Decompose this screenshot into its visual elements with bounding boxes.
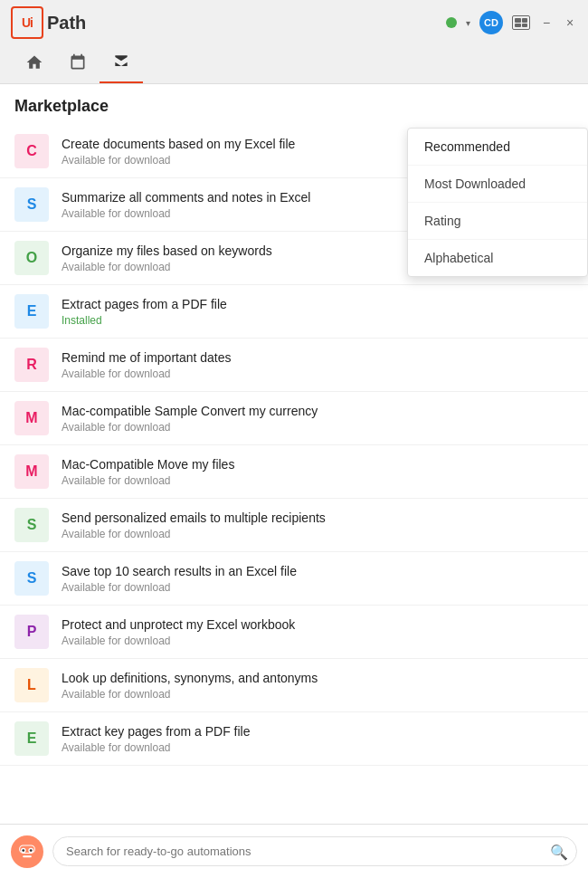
list-item[interactable]: RRemind me of important datesAvailable f…: [0, 339, 588, 392]
logo-ui: Ui: [22, 15, 33, 30]
list-item[interactable]: LLook up definitions, synonyms, and anto…: [0, 659, 588, 712]
home-icon: [25, 53, 43, 72]
item-info: Protect and unprotect my Excel workbookA…: [62, 616, 574, 647]
item-status: Available for download: [62, 741, 574, 754]
item-status: Installed: [62, 314, 574, 327]
list-item[interactable]: EExtract key pages from a PDF fileAvaila…: [0, 712, 588, 766]
user-avatar[interactable]: CD: [479, 11, 503, 34]
item-info: Mac-compatible Sample Convert my currenc…: [62, 403, 574, 434]
list-item[interactable]: PProtect and unprotect my Excel workbook…: [0, 606, 588, 659]
search-input-wrapper: 🔍: [52, 836, 577, 866]
item-name: Protect and unprotect my Excel workbook: [62, 616, 574, 633]
page-title: Marketplace: [14, 97, 109, 116]
store-icon: [112, 52, 130, 71]
item-avatar: P: [14, 615, 49, 649]
item-info: Extract pages from a PDF fileInstalled: [62, 296, 574, 327]
search-icon[interactable]: 🔍: [550, 843, 568, 860]
calendar-icon: [69, 53, 87, 72]
item-status: Available for download: [62, 635, 574, 647]
search-input[interactable]: [52, 836, 577, 866]
item-name: Send personalized emails to multiple rec…: [62, 510, 574, 526]
tab-calendar[interactable]: [56, 46, 100, 82]
list-item[interactable]: SSend personalized emails to multiple re…: [0, 499, 588, 552]
item-avatar: E: [14, 294, 49, 329]
list-item[interactable]: EExtract pages from a PDF fileInstalled: [0, 285, 588, 339]
item-avatar: O: [14, 241, 49, 275]
item-info: Save top 10 search results in an Excel f…: [62, 563, 574, 594]
close-button[interactable]: ×: [563, 15, 577, 30]
item-avatar: R: [14, 348, 49, 382]
item-name: Save top 10 search results in an Excel f…: [62, 563, 574, 579]
item-status: Available for download: [62, 367, 574, 380]
item-avatar: S: [14, 561, 49, 596]
item-name: Extract key pages from a PDF file: [62, 723, 574, 740]
status-dot-icon: [446, 17, 457, 28]
sort-option-recommended[interactable]: Recommended: [408, 129, 587, 166]
tab-home[interactable]: [13, 46, 56, 82]
item-avatar: L: [14, 668, 49, 702]
item-status: Available for download: [62, 688, 574, 701]
sort-option-most-downloaded[interactable]: Most Downloaded: [408, 166, 587, 203]
item-info: Extract key pages from a PDF fileAvailab…: [62, 723, 574, 754]
item-avatar: S: [14, 187, 49, 222]
item-status: Available for download: [62, 421, 574, 434]
nav-tabs: [0, 45, 588, 84]
sort-option-alphabetical[interactable]: Alphabetical: [408, 240, 587, 276]
item-avatar: C: [14, 134, 49, 168]
layout-toggle-icon[interactable]: [512, 15, 530, 30]
minimize-button[interactable]: −: [539, 15, 554, 30]
svg-rect-5: [23, 855, 32, 857]
page-header: Marketplace: [0, 84, 588, 125]
item-info: Look up definitions, synonyms, and anton…: [62, 670, 574, 701]
list-item[interactable]: SSave top 10 search results in an Excel …: [0, 552, 588, 606]
app-logo: Ui Path: [11, 6, 86, 39]
sort-option-rating[interactable]: Rating: [408, 203, 587, 240]
title-bar-controls: ▾ CD − ×: [446, 11, 577, 34]
svg-point-4: [30, 849, 33, 852]
item-name: Remind me of important dates: [62, 349, 574, 366]
list-item[interactable]: MMac-compatible Sample Convert my curren…: [0, 392, 588, 445]
item-info: Remind me of important datesAvailable fo…: [62, 349, 574, 380]
title-bar: Ui Path ▾ CD − ×: [0, 0, 588, 45]
robot-icon: [14, 839, 40, 864]
logo-box: Ui: [11, 6, 43, 39]
tab-marketplace[interactable]: [100, 45, 143, 83]
logo-path-text: Path: [47, 13, 86, 33]
svg-point-3: [22, 849, 24, 852]
chevron-down-icon[interactable]: ▾: [466, 18, 470, 28]
item-avatar: S: [14, 508, 49, 542]
svg-point-0: [15, 840, 38, 863]
search-bar: 🔍: [0, 824, 588, 878]
item-status: Available for download: [62, 528, 574, 540]
search-avatar: [11, 835, 43, 868]
item-status: Available for download: [62, 581, 574, 594]
item-avatar: E: [14, 721, 49, 756]
main-content: Marketplace Recommended Most Downloaded …: [0, 84, 588, 825]
item-name: Mac-compatible Sample Convert my currenc…: [62, 403, 574, 419]
item-name: Mac-Compatible Move my files: [62, 456, 574, 472]
item-name: Extract pages from a PDF file: [62, 296, 574, 312]
item-name: Look up definitions, synonyms, and anton…: [62, 670, 574, 686]
item-avatar: M: [14, 454, 49, 489]
item-info: Mac-Compatible Move my filesAvailable fo…: [62, 456, 574, 487]
sort-dropdown: Recommended Most Downloaded Rating Alpha…: [407, 128, 588, 277]
item-avatar: M: [14, 401, 49, 435]
item-status: Available for download: [62, 474, 574, 487]
item-info: Send personalized emails to multiple rec…: [62, 510, 574, 540]
list-item[interactable]: MMac-Compatible Move my filesAvailable f…: [0, 445, 588, 499]
